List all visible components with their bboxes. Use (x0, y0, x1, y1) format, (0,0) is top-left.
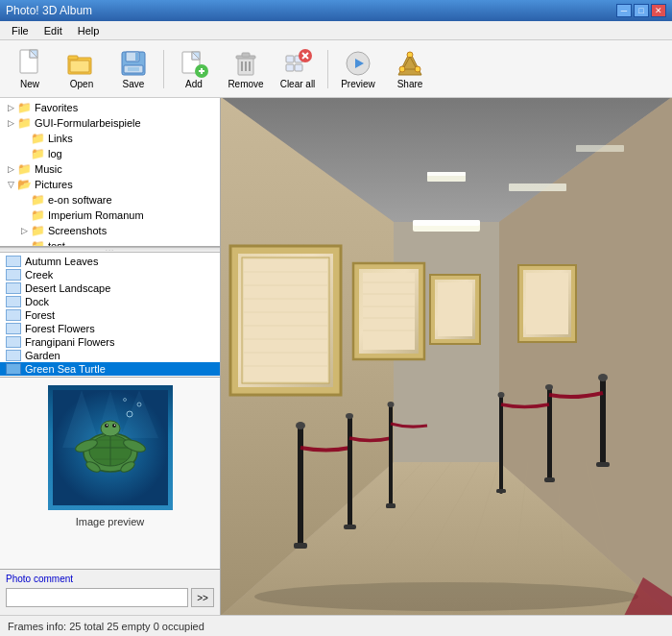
expand-icon: ▽ (4, 178, 17, 191)
album-item-green-sea-turtle[interactable]: Green Sea Turtle (0, 362, 220, 376)
album-item-creek[interactable]: Creek (0, 268, 220, 281)
svg-rect-108 (389, 403, 393, 508)
album-thumbnail-icon (6, 256, 21, 267)
folder-icon: 📁 (31, 208, 45, 222)
tree-item-pictures[interactable]: ▽ 📂 Pictures (0, 177, 220, 192)
toolbar: New Open Save (0, 40, 672, 98)
file-tree[interactable]: ▷ 📁 Favorites ▷ 📁 GUI-Formularbeispiele … (0, 98, 220, 247)
save-label: Save (123, 79, 145, 89)
svg-rect-74 (509, 183, 566, 191)
album-thumbnail-icon (6, 323, 21, 334)
tree-item-log[interactable]: 📁 log (0, 146, 220, 161)
tree-label: Pictures (35, 179, 73, 190)
expand-icon: ▷ (4, 101, 17, 114)
tree-label: Favorites (35, 102, 78, 113)
preview-section: Image preview (0, 377, 220, 569)
svg-point-104 (296, 422, 305, 429)
album-item-label: Desert Landscape (25, 282, 110, 294)
main-content: ▷ 📁 Favorites ▷ 📁 GUI-Formularbeispiele … (0, 98, 672, 615)
comment-input[interactable] (6, 588, 188, 607)
svg-rect-10 (128, 67, 139, 71)
svg-rect-25 (286, 64, 294, 71)
tree-item-music[interactable]: ▷ 📁 Music (0, 161, 220, 177)
minimize-button[interactable]: ─ (616, 4, 632, 17)
album-item-forest[interactable]: Forest (0, 308, 220, 322)
statusbar-text: Frames info: 25 total 25 empty 0 occupie… (8, 621, 204, 632)
album-item-frangipani[interactable]: Frangipani Flowers (0, 335, 220, 349)
clear-icon (282, 48, 313, 79)
tree-item-links[interactable]: 📁 Links (0, 131, 220, 146)
folder-icon: 📁 (17, 116, 32, 130)
svg-point-116 (545, 384, 553, 390)
preview-icon (343, 48, 373, 79)
album-item-label: Green Sea Turtle (25, 363, 106, 375)
share-label: Share (397, 79, 423, 89)
save-button[interactable]: Save (109, 44, 157, 94)
folder-icon: 📁 (31, 132, 45, 145)
menu-file[interactable]: File (4, 23, 36, 38)
left-panel: ▷ 📁 Favorites ▷ 📁 GUI-Formularbeispiele … (0, 98, 221, 615)
folder-icon: 📂 (17, 178, 32, 191)
comment-submit-button[interactable]: >> (191, 588, 214, 607)
add-button[interactable]: Add (170, 44, 218, 94)
menubar: File Edit Help (0, 21, 672, 40)
folder-icon: 📁 (31, 147, 45, 160)
share-button[interactable]: Share (386, 44, 434, 94)
svg-rect-115 (544, 477, 555, 482)
svg-rect-112 (496, 489, 506, 493)
tree-item-imperium[interactable]: 📁 Imperium Romanum (0, 208, 220, 223)
tree-label: e-on software (48, 194, 112, 206)
expand-icon: ▷ (4, 162, 17, 176)
svg-point-119 (598, 374, 608, 381)
svg-rect-98 (438, 282, 472, 336)
toolbar-separator-1 (163, 50, 164, 88)
svg-rect-105 (348, 414, 352, 529)
gallery-scene (221, 98, 672, 615)
album-thumbnail-icon (6, 309, 21, 321)
tree-item-screenshots[interactable]: ▷ 📁 Screenshots (0, 223, 220, 238)
maximize-button[interactable]: □ (634, 4, 649, 17)
folder-icon: 📁 (17, 101, 32, 114)
svg-rect-114 (547, 385, 552, 481)
close-button[interactable]: ✕ (651, 4, 666, 17)
album-item-desert[interactable]: Desert Landscape (0, 281, 220, 295)
album-list[interactable]: Autumn Leaves Creek Desert Landscape Doc… (0, 253, 220, 377)
tree-label: Links (48, 133, 73, 144)
tree-label: Imperium Romanum (48, 209, 144, 221)
album-item-autumn-leaves[interactable]: Autumn Leaves (0, 255, 220, 268)
preview-label: Image preview (76, 516, 145, 527)
add-label: Add (185, 79, 203, 89)
album-thumbnail-icon (6, 363, 21, 375)
menu-help[interactable]: Help (70, 23, 108, 38)
remove-label: Remove (228, 79, 263, 89)
svg-rect-73 (427, 172, 466, 176)
album-thumbnail-icon (6, 282, 21, 294)
remove-button[interactable]: Remove (222, 44, 270, 94)
album-item-forest-flowers[interactable]: Forest Flowers (0, 322, 220, 335)
folder-icon: 📁 (31, 224, 45, 237)
album-item-garden[interactable]: Garden (0, 349, 220, 362)
tree-item-gui[interactable]: ▷ 📁 GUI-Formularbeispiele (0, 115, 220, 131)
save-icon (118, 48, 149, 79)
preview-button[interactable]: Preview (334, 44, 382, 94)
svg-rect-101 (526, 273, 568, 334)
menu-edit[interactable]: Edit (36, 23, 70, 38)
open-button[interactable]: Open (58, 44, 106, 94)
new-icon (14, 48, 45, 79)
expand-icon (17, 147, 31, 160)
app-title: Photo! 3D Album (6, 4, 92, 17)
remove-icon (230, 48, 261, 79)
album-item-dock[interactable]: Dock (0, 295, 220, 308)
new-button[interactable]: New (6, 44, 54, 94)
tree-item-favorites[interactable]: ▷ 📁 Favorites (0, 100, 220, 115)
turtle-preview (48, 385, 173, 510)
tree-item-eon[interactable]: 📁 e-on software (0, 192, 220, 208)
album-item-label: Autumn Leaves (25, 256, 98, 267)
svg-point-46 (105, 424, 108, 428)
preview-label: Preview (341, 79, 375, 89)
album-thumbnail-icon (6, 296, 21, 307)
svg-point-120 (254, 582, 638, 611)
tree-label: log (48, 148, 62, 159)
tree-label: Screenshots (48, 225, 107, 236)
clear-all-button[interactable]: Clear all (274, 44, 322, 94)
